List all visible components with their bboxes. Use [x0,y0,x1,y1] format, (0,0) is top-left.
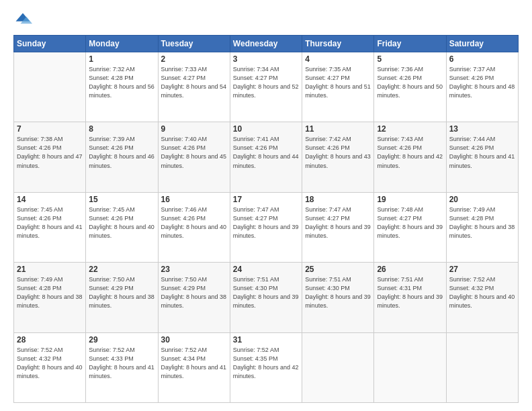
calendar-cell: 10Sunrise: 7:41 AMSunset: 4:26 PMDayligh… [230,122,302,192]
calendar-cell [14,52,86,122]
calendar-cell: 23Sunrise: 7:50 AMSunset: 4:29 PMDayligh… [158,263,230,332]
weekday-header: Friday [374,36,446,52]
calendar-cell: 27Sunrise: 7:52 AMSunset: 4:32 PMDayligh… [446,263,518,332]
day-number: 6 [449,54,515,64]
page: SundayMondayTuesdayWednesdayThursdayFrid… [0,0,532,411]
day-number: 31 [233,335,299,345]
calendar-week-row: 28Sunrise: 7:52 AMSunset: 4:32 PMDayligh… [14,332,519,402]
day-number: 27 [449,265,515,274]
day-info: Sunrise: 7:32 AMSunset: 4:28 PMDaylight:… [89,65,154,100]
calendar-cell: 17Sunrise: 7:47 AMSunset: 4:27 PMDayligh… [230,192,302,262]
calendar-cell: 6Sunrise: 7:37 AMSunset: 4:26 PMDaylight… [446,52,518,122]
day-number: 14 [17,195,83,204]
day-number: 19 [377,195,443,204]
calendar-cell: 5Sunrise: 7:36 AMSunset: 4:26 PMDaylight… [374,52,446,122]
day-info: Sunrise: 7:40 AMSunset: 4:26 PMDaylight:… [161,135,227,170]
day-info: Sunrise: 7:45 AMSunset: 4:26 PMDaylight:… [17,205,83,240]
calendar-cell [302,332,374,402]
calendar-cell: 9Sunrise: 7:40 AMSunset: 4:26 PMDaylight… [158,122,230,192]
day-number: 3 [233,54,299,64]
top-section [13,11,519,30]
day-info: Sunrise: 7:35 AMSunset: 4:27 PMDaylight:… [305,65,371,100]
calendar-cell: 31Sunrise: 7:52 AMSunset: 4:35 PMDayligh… [230,332,302,402]
calendar-cell [374,332,446,402]
day-info: Sunrise: 7:51 AMSunset: 4:31 PMDaylight:… [377,275,443,310]
day-number: 29 [89,335,154,345]
day-number: 22 [89,265,154,274]
day-info: Sunrise: 7:33 AMSunset: 4:27 PMDaylight:… [161,65,227,100]
calendar-cell: 22Sunrise: 7:50 AMSunset: 4:29 PMDayligh… [86,263,158,332]
calendar-cell: 19Sunrise: 7:48 AMSunset: 4:27 PMDayligh… [374,192,446,262]
day-number: 24 [233,265,299,274]
day-number: 9 [161,124,227,134]
day-number: 2 [161,54,227,64]
calendar-cell: 7Sunrise: 7:38 AMSunset: 4:26 PMDaylight… [14,122,86,192]
calendar-cell: 1Sunrise: 7:32 AMSunset: 4:28 PMDaylight… [86,52,158,122]
day-info: Sunrise: 7:51 AMSunset: 4:30 PMDaylight:… [233,275,299,310]
day-info: Sunrise: 7:36 AMSunset: 4:26 PMDaylight:… [377,65,443,100]
calendar-cell: 12Sunrise: 7:43 AMSunset: 4:26 PMDayligh… [374,122,446,192]
calendar-cell: 16Sunrise: 7:46 AMSunset: 4:26 PMDayligh… [158,192,230,262]
day-number: 18 [305,195,371,204]
calendar-cell: 29Sunrise: 7:52 AMSunset: 4:33 PMDayligh… [86,332,158,402]
calendar-header-row: SundayMondayTuesdayWednesdayThursdayFrid… [14,36,519,52]
weekday-header: Wednesday [230,36,302,52]
weekday-header: Sunday [14,36,86,52]
calendar-cell: 20Sunrise: 7:49 AMSunset: 4:28 PMDayligh… [446,192,518,262]
calendar-cell: 18Sunrise: 7:47 AMSunset: 4:27 PMDayligh… [302,192,374,262]
calendar-cell: 15Sunrise: 7:45 AMSunset: 4:26 PMDayligh… [86,192,158,262]
weekday-header: Monday [86,36,158,52]
day-info: Sunrise: 7:49 AMSunset: 4:28 PMDaylight:… [449,205,515,240]
calendar-cell: 30Sunrise: 7:52 AMSunset: 4:34 PMDayligh… [158,332,230,402]
day-info: Sunrise: 7:46 AMSunset: 4:26 PMDaylight:… [161,205,227,240]
day-number: 10 [233,124,299,134]
day-number: 30 [161,335,227,345]
weekday-header: Tuesday [158,36,230,52]
day-number: 1 [89,54,154,64]
calendar-cell [446,332,518,402]
day-number: 11 [305,124,371,134]
calendar-cell: 25Sunrise: 7:51 AMSunset: 4:30 PMDayligh… [302,263,374,332]
day-info: Sunrise: 7:50 AMSunset: 4:29 PMDaylight:… [89,275,154,310]
day-number: 25 [305,265,371,274]
day-number: 13 [449,124,515,134]
day-info: Sunrise: 7:52 AMSunset: 4:34 PMDaylight:… [161,346,227,381]
day-info: Sunrise: 7:49 AMSunset: 4:28 PMDaylight:… [17,275,83,310]
day-info: Sunrise: 7:52 AMSunset: 4:35 PMDaylight:… [233,346,299,381]
logo-icon [13,11,32,30]
day-info: Sunrise: 7:39 AMSunset: 4:26 PMDaylight:… [89,135,154,170]
day-info: Sunrise: 7:37 AMSunset: 4:26 PMDaylight:… [449,65,515,100]
day-number: 7 [17,124,83,134]
calendar-week-row: 14Sunrise: 7:45 AMSunset: 4:26 PMDayligh… [14,192,519,262]
logo [13,11,35,30]
calendar-cell: 11Sunrise: 7:42 AMSunset: 4:26 PMDayligh… [302,122,374,192]
day-info: Sunrise: 7:52 AMSunset: 4:33 PMDaylight:… [89,346,154,381]
weekday-header: Saturday [446,36,518,52]
day-info: Sunrise: 7:51 AMSunset: 4:30 PMDaylight:… [305,275,371,310]
calendar-cell: 8Sunrise: 7:39 AMSunset: 4:26 PMDaylight… [86,122,158,192]
day-info: Sunrise: 7:48 AMSunset: 4:27 PMDaylight:… [377,205,443,240]
day-number: 8 [89,124,154,134]
day-info: Sunrise: 7:47 AMSunset: 4:27 PMDaylight:… [305,205,371,240]
calendar-cell: 4Sunrise: 7:35 AMSunset: 4:27 PMDaylight… [302,52,374,122]
day-info: Sunrise: 7:34 AMSunset: 4:27 PMDaylight:… [233,65,299,100]
day-info: Sunrise: 7:41 AMSunset: 4:26 PMDaylight:… [233,135,299,170]
day-number: 28 [17,335,83,345]
day-info: Sunrise: 7:47 AMSunset: 4:27 PMDaylight:… [233,205,299,240]
calendar-cell: 21Sunrise: 7:49 AMSunset: 4:28 PMDayligh… [14,263,86,332]
calendar-cell: 3Sunrise: 7:34 AMSunset: 4:27 PMDaylight… [230,52,302,122]
day-info: Sunrise: 7:38 AMSunset: 4:26 PMDaylight:… [17,135,83,170]
day-number: 5 [377,54,443,64]
calendar-cell: 24Sunrise: 7:51 AMSunset: 4:30 PMDayligh… [230,263,302,332]
day-number: 17 [233,195,299,204]
weekday-header: Thursday [302,36,374,52]
day-number: 21 [17,265,83,274]
calendar-cell: 14Sunrise: 7:45 AMSunset: 4:26 PMDayligh… [14,192,86,262]
day-info: Sunrise: 7:43 AMSunset: 4:26 PMDaylight:… [377,135,443,170]
day-number: 12 [377,124,443,134]
calendar-cell: 13Sunrise: 7:44 AMSunset: 4:26 PMDayligh… [446,122,518,192]
calendar-cell: 2Sunrise: 7:33 AMSunset: 4:27 PMDaylight… [158,52,230,122]
calendar-week-row: 1Sunrise: 7:32 AMSunset: 4:28 PMDaylight… [14,52,519,122]
calendar-week-row: 21Sunrise: 7:49 AMSunset: 4:28 PMDayligh… [14,263,519,332]
day-info: Sunrise: 7:52 AMSunset: 4:32 PMDaylight:… [17,346,83,381]
